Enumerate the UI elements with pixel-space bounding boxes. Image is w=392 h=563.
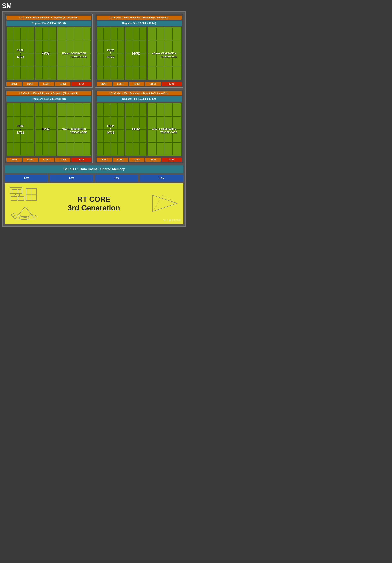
fp32-col: FP32 xyxy=(125,103,147,156)
ldst-box: LD/ST xyxy=(39,158,54,162)
warp-scheduler: L0 i-Cache + Warp Scheduler + Dispatch (… xyxy=(97,91,182,95)
sub-sm-4: L0 i-Cache + Warp Scheduler + Dispatch (… xyxy=(95,90,183,163)
tensor-col: ADA 4thGENERATIONTENSOR CORE xyxy=(147,27,182,80)
sub-sm-2: L0 i-Cache + Warp Scheduler + Dispatch (… xyxy=(95,14,183,88)
ldst-box: LD/ST xyxy=(23,82,38,86)
svg-line-12 xyxy=(11,213,15,215)
ldst-box: LD/ST xyxy=(113,82,128,86)
ldst-box: LD/ST xyxy=(55,82,70,86)
bottom-row: LD/STLD/STLD/STLD/STSFU xyxy=(97,82,182,86)
compute-area: FP32/INT32FP32ADA 4thGENERATIONTENSOR CO… xyxy=(97,27,182,80)
rt-core-text: RT CORE3rd Generation xyxy=(68,195,120,212)
watermark: 知乎 @王尔德鲁 xyxy=(163,219,181,222)
ldst-box: LD/ST xyxy=(97,158,112,162)
sm-container: L0 i-Cache + Warp Scheduler + Dispatch (… xyxy=(2,11,186,227)
svg-rect-5 xyxy=(11,197,17,201)
svg-rect-1 xyxy=(12,190,17,193)
tensor-col: ADA 4thGENERATIONTENSOR CORE xyxy=(147,103,182,156)
ldst-box: LD/ST xyxy=(97,82,112,86)
bvh-icon xyxy=(9,186,39,203)
tex-box-2: Tex xyxy=(50,175,93,182)
sfu-box: SFU xyxy=(71,82,91,86)
register-file: Register File (16,384 x 32-bit) xyxy=(97,21,182,26)
fp32-int32-col: FP32/INT32 xyxy=(6,27,34,80)
register-file: Register File (16,384 x 32-bit) xyxy=(6,21,91,26)
shader-icon xyxy=(9,205,39,221)
register-file: Register File (16,384 x 32-bit) xyxy=(97,96,182,102)
quad-grid: L0 i-Cache + Warp Scheduler + Dispatch (… xyxy=(5,14,183,163)
sub-sm-1: L0 i-Cache + Warp Scheduler + Dispatch (… xyxy=(5,14,93,88)
fp32-col: FP32 xyxy=(35,27,56,80)
ldst-box: LD/ST xyxy=(145,82,161,86)
ldst-box: LD/ST xyxy=(6,158,22,162)
compute-area: FP32/INT32FP32ADA 4thGENERATIONTENSOR CO… xyxy=(6,103,91,156)
svg-marker-10 xyxy=(15,207,35,219)
bottom-row: LD/STLD/STLD/STLD/STSFU xyxy=(6,158,91,162)
tex-row: TexTexTexTex xyxy=(5,175,183,182)
svg-line-3 xyxy=(14,193,16,197)
ldst-box: LD/ST xyxy=(23,158,38,162)
l1-cache: 128 KB L1 Data Cache / Shared Memory xyxy=(5,165,183,173)
svg-marker-14 xyxy=(153,195,177,211)
register-file: Register File (16,384 x 32-bit) xyxy=(6,96,91,102)
fp32-col: FP32 xyxy=(35,103,56,156)
sfu-box: SFU xyxy=(71,158,91,162)
compute-area: FP32/INT32FP32ADA 4thGENERATIONTENSOR CO… xyxy=(97,103,182,156)
svg-rect-2 xyxy=(18,190,21,193)
ldst-box: LD/ST xyxy=(145,158,161,162)
triangle-icon xyxy=(150,193,179,214)
warp-scheduler: L0 i-Cache + Warp Scheduler + Dispatch (… xyxy=(6,91,91,95)
fp32-int32-col: FP32/INT32 xyxy=(97,27,124,80)
rt-core: RT CORE3rd Generation 知乎 @王尔德鲁 xyxy=(5,183,183,224)
warp-scheduler: L0 i-Cache + Warp Scheduler + Dispatch (… xyxy=(6,15,91,20)
compute-area: FP32/INT32FP32ADA 4thGENERATIONTENSOR CO… xyxy=(6,27,91,80)
ldst-box: LD/ST xyxy=(6,82,22,86)
tex-box-1: Tex xyxy=(5,175,48,182)
sfu-box: SFU xyxy=(162,82,182,86)
ldst-box: LD/ST xyxy=(55,158,70,162)
tensor-col: ADA 4thGENERATIONTENSOR CORE xyxy=(57,27,91,80)
ldst-box: LD/ST xyxy=(129,158,144,162)
svg-line-15 xyxy=(153,195,163,211)
fp32-int32-col: FP32/INT32 xyxy=(97,103,124,156)
ldst-box: LD/ST xyxy=(129,82,144,86)
tex-box-3: Tex xyxy=(95,175,138,182)
bottom-row: LD/STLD/STLD/STLD/STSFU xyxy=(6,82,91,86)
tensor-col: ADA 4thGENERATIONTENSOR CORE xyxy=(57,103,91,156)
sm-title: SM xyxy=(2,2,12,10)
ldst-box: LD/ST xyxy=(39,82,54,86)
fp32-int32-col: FP32/INT32 xyxy=(6,103,34,156)
sfu-box: SFU xyxy=(162,158,182,162)
fp32-col: FP32 xyxy=(125,27,147,80)
sub-sm-3: L0 i-Cache + Warp Scheduler + Dispatch (… xyxy=(5,90,93,163)
ldst-box: LD/ST xyxy=(113,158,128,162)
svg-rect-6 xyxy=(18,197,24,201)
tex-box-4: Tex xyxy=(140,175,183,182)
warp-scheduler: L0 i-Cache + Warp Scheduler + Dispatch (… xyxy=(97,15,182,20)
bottom-row: LD/STLD/STLD/STLD/STSFU xyxy=(97,158,182,162)
